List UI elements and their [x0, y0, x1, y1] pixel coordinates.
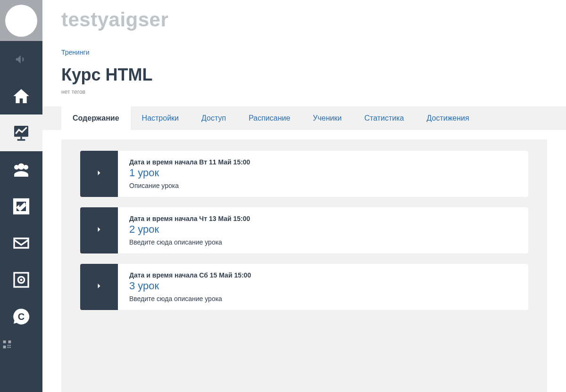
sidebar: C [0, 0, 42, 392]
lesson-card: Дата и время начала Вт 11 Май 15:001 уро… [80, 151, 528, 197]
lesson-body: Дата и время начала Вт 11 Май 15:001 уро… [118, 151, 528, 197]
users-icon [12, 160, 31, 179]
sidebar-item-qr[interactable] [0, 335, 42, 354]
lesson-card: Дата и время начала Чт 13 Май 15:002 уро… [80, 207, 528, 253]
page-title: Курс HTML [61, 65, 547, 85]
lesson-description: Введите сюда описание урока [129, 295, 517, 302]
brand-name: testyaigser [61, 8, 547, 31]
sidebar-nav: C [0, 41, 42, 354]
safe-icon [12, 270, 31, 289]
sidebar-item-vault[interactable] [0, 261, 42, 298]
sidebar-item-users[interactable] [0, 151, 42, 188]
lesson-expand-button[interactable] [80, 151, 118, 197]
sidebar-item-home[interactable] [0, 78, 42, 114]
qr-icon [0, 335, 17, 354]
svg-rect-13 [8, 347, 8, 348]
lesson-card: Дата и время начала Сб 15 Май 15:003 уро… [80, 264, 528, 310]
tab-2[interactable]: Доступ [190, 106, 237, 130]
tabs: СодержаниеНастройкиДоступРасписаниеУчени… [42, 106, 566, 130]
lesson-description: Введите сюда описание урока [129, 238, 517, 246]
tab-5[interactable]: Статистика [353, 106, 415, 130]
avatar [5, 5, 37, 37]
chevron-right-icon [94, 225, 104, 236]
lesson-title[interactable]: 2 урок [129, 223, 517, 236]
svg-rect-14 [9, 347, 11, 348]
svg-rect-1 [20, 137, 22, 139]
lesson-title[interactable]: 3 урок [129, 280, 517, 292]
lesson-body: Дата и время начала Сб 15 Май 15:003 уро… [118, 264, 528, 310]
svg-rect-11 [8, 345, 8, 346]
svg-point-6 [20, 279, 23, 281]
tabs-container: СодержаниеНастройкиДоступРасписаниеУчени… [42, 106, 566, 130]
chat-icon: C [12, 307, 31, 326]
analytics-icon [12, 123, 31, 142]
tab-3[interactable]: Расписание [237, 106, 301, 130]
main-area: testyaigser Тренинги Курс HTML нет тегов… [42, 0, 566, 392]
lesson-datetime: Дата и время начала Сб 15 Май 15:00 [129, 271, 517, 279]
mail-icon [12, 234, 31, 253]
breadcrumb-trainings[interactable]: Тренинги [61, 49, 90, 56]
svg-rect-9 [8, 341, 11, 343]
svg-rect-12 [9, 345, 11, 346]
sidebar-item-mail[interactable] [0, 225, 42, 261]
sidebar-item-announcements[interactable] [0, 41, 42, 78]
lessons-list: Дата и время начала Вт 11 Май 15:001 уро… [80, 151, 528, 310]
home-icon [12, 87, 31, 106]
tab-4[interactable]: Ученики [301, 106, 353, 130]
lesson-description: Описание урока [129, 182, 517, 189]
lesson-expand-button[interactable] [80, 207, 118, 253]
breadcrumb: Тренинги [61, 48, 547, 57]
svg-rect-2 [17, 139, 25, 140]
tab-0[interactable]: Содержание [61, 106, 131, 130]
svg-rect-10 [3, 346, 6, 349]
no-tags-label: нет тегов [61, 89, 547, 95]
tab-1[interactable]: Настройки [131, 106, 190, 130]
content-panel: Дата и время начала Вт 11 Май 15:001 уро… [61, 139, 547, 392]
lesson-expand-button[interactable] [80, 264, 118, 310]
sidebar-item-analytics[interactable] [0, 114, 42, 151]
megaphone-icon [12, 50, 31, 69]
avatar-container[interactable] [0, 0, 42, 41]
svg-text:C: C [18, 311, 25, 322]
checkbox-icon [12, 197, 31, 216]
header: testyaigser Тренинги Курс HTML нет тегов [42, 0, 566, 95]
svg-rect-8 [3, 341, 6, 343]
chevron-right-icon [94, 281, 104, 293]
lesson-title[interactable]: 1 урок [129, 167, 517, 179]
sidebar-item-chat[interactable]: C [0, 298, 42, 335]
lesson-datetime: Дата и время начала Вт 11 Май 15:00 [129, 158, 517, 166]
tab-6[interactable]: Достижения [415, 106, 480, 130]
lesson-datetime: Дата и время начала Чт 13 Май 15:00 [129, 215, 517, 222]
lesson-body: Дата и время начала Чт 13 Май 15:002 уро… [118, 207, 528, 253]
sidebar-item-tasks[interactable] [0, 188, 42, 225]
chevron-right-icon [94, 168, 104, 180]
